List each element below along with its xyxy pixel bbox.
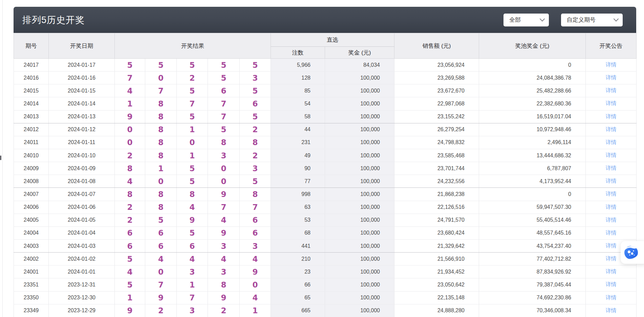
result-digit-2: 8 [145, 97, 177, 110]
bets-cell: 54 [271, 97, 325, 110]
period-filter-dropdown[interactable]: 自定义期号 [561, 14, 623, 26]
result-digit-5: 8 [240, 188, 271, 201]
detail-link[interactable]: 详情 [606, 269, 617, 274]
pool-cell: 0 [479, 188, 586, 201]
table-row: 240062024-01-062847763100,00022,126,5165… [14, 201, 637, 214]
date-cell: 2024-01-15 [49, 84, 115, 97]
result-digit-3: 3 [177, 265, 208, 278]
result-digit-2: 6 [145, 226, 177, 239]
page: 排列5历史开奖 全部 自定义期号 期号 [0, 0, 644, 317]
result-digit-5: 7 [240, 201, 271, 214]
result-digit-5: 6 [240, 214, 271, 226]
detail-link[interactable]: 详情 [606, 230, 617, 236]
announcement-cell: 详情 [586, 175, 637, 188]
announcement-cell: 详情 [586, 123, 637, 136]
result-digit-5: 0 [240, 278, 271, 291]
detail-link[interactable]: 详情 [606, 100, 617, 106]
left-edge-artifact [0, 156, 1, 160]
pool-cell: 24,084,386.78 [479, 72, 586, 84]
detail-link[interactable]: 详情 [606, 281, 617, 287]
detail-link[interactable]: 详情 [606, 243, 617, 249]
detail-link[interactable]: 详情 [606, 75, 617, 80]
bets-cell: 58 [271, 110, 325, 123]
bets-cell: 65 [271, 291, 325, 304]
page-title: 排列5历史开奖 [22, 14, 85, 26]
result-digit-1: 1 [115, 97, 145, 110]
period-cell: 24014 [14, 97, 49, 110]
prize-cell: 100,000 [325, 291, 394, 304]
panel-titlebar: 排列5历史开奖 全部 自定义期号 [14, 7, 636, 33]
detail-link[interactable]: 详情 [606, 178, 617, 184]
announcement-cell: 详情 [586, 97, 637, 110]
sales-cell: 22,126,516 [394, 201, 479, 214]
date-cell: 2024-01-09 [49, 162, 115, 175]
detail-link[interactable]: 详情 [606, 126, 617, 132]
scope-filter-dropdown[interactable]: 全部 [503, 14, 549, 26]
prize-cell: 100,000 [325, 278, 394, 291]
result-digit-3: 5 [177, 84, 208, 97]
table-row: 240022024-01-0254444210100,00021,566,910… [14, 253, 637, 265]
period-cell: 24006 [14, 201, 49, 214]
pool-cell: 74,692,230.86 [479, 291, 586, 304]
detail-link[interactable]: 详情 [606, 114, 617, 119]
detail-link[interactable]: 详情 [606, 139, 617, 145]
result-digit-5: 3 [240, 162, 271, 175]
result-digit-5: 2 [240, 149, 271, 162]
detail-link[interactable]: 详情 [606, 308, 617, 313]
bets-cell: 49 [271, 149, 325, 162]
detail-link[interactable]: 详情 [606, 165, 617, 171]
announcement-cell: 详情 [586, 226, 637, 239]
result-digit-1: 6 [115, 226, 145, 239]
result-digit-1: 4 [115, 175, 145, 188]
table-row: 240012024-01-014033923100,00021,934,4528… [14, 265, 637, 278]
detail-link[interactable]: 详情 [606, 152, 617, 158]
result-digit-3: 7 [177, 291, 208, 304]
date-cell: 2024-01-02 [49, 253, 115, 265]
result-digit-5: 5 [240, 175, 271, 188]
result-digit-2: 8 [145, 110, 177, 123]
period-cell: 23351 [14, 278, 49, 291]
col-header-bets: 注数 [271, 47, 325, 59]
result-digit-1: 4 [115, 265, 145, 278]
sales-cell: 21,934,452 [394, 265, 479, 278]
lottery-history-table: 期号 开奖日期 开奖结果 直选 销售额 (元) 奖池奖金 (元) 开奖公告 注数… [14, 33, 637, 317]
result-digit-5: 4 [240, 253, 271, 265]
detail-link[interactable]: 详情 [606, 204, 617, 210]
pool-cell: 2,496,114 [479, 136, 586, 149]
announcement-cell: 详情 [586, 188, 637, 201]
bets-cell: 231 [271, 136, 325, 149]
detail-link[interactable]: 详情 [606, 295, 617, 300]
result-digit-4: 8 [208, 278, 240, 291]
detail-link[interactable]: 详情 [606, 62, 617, 67]
bets-cell: 128 [271, 72, 325, 84]
col-header-prize: 奖金 (元) [325, 47, 394, 59]
detail-link[interactable]: 详情 [606, 217, 617, 223]
detail-link[interactable]: 详情 [606, 191, 617, 197]
prize-cell: 100,000 [325, 162, 394, 175]
result-digit-3: 7 [177, 97, 208, 110]
detail-link[interactable]: 详情 [606, 87, 617, 93]
result-digit-3: 5 [177, 162, 208, 175]
date-cell: 2023-12-30 [49, 291, 115, 304]
announcement-cell: 详情 [586, 265, 637, 278]
result-digit-3: 5 [177, 59, 208, 72]
result-digit-2: 4 [145, 253, 177, 265]
col-header-pool: 奖池奖金 (元) [479, 33, 586, 59]
table-row: 240042024-01-046659668100,00023,680,4244… [14, 226, 637, 239]
date-cell: 2024-01-01 [49, 265, 115, 278]
result-digit-2: 9 [145, 291, 177, 304]
result-digit-3: 1 [177, 278, 208, 291]
date-cell: 2024-01-17 [49, 59, 115, 72]
table-row: 240132024-01-139857558100,00023,155,2421… [14, 110, 637, 123]
floating-widget-button[interactable] [621, 241, 644, 264]
col-header-result: 开奖结果 [115, 33, 271, 59]
sales-cell: 22,987,068 [394, 97, 479, 110]
col-header-date: 开奖日期 [49, 33, 115, 59]
sales-cell: 23,155,242 [394, 110, 479, 123]
announcement-cell: 详情 [586, 278, 637, 291]
period-cell: 24009 [14, 162, 49, 175]
table-row: 240162024-01-1670253128100,00023,269,588… [14, 72, 637, 84]
announcement-cell: 详情 [586, 136, 637, 149]
pool-cell: 16,519,017.04 [479, 110, 586, 123]
detail-link[interactable]: 详情 [606, 256, 617, 261]
